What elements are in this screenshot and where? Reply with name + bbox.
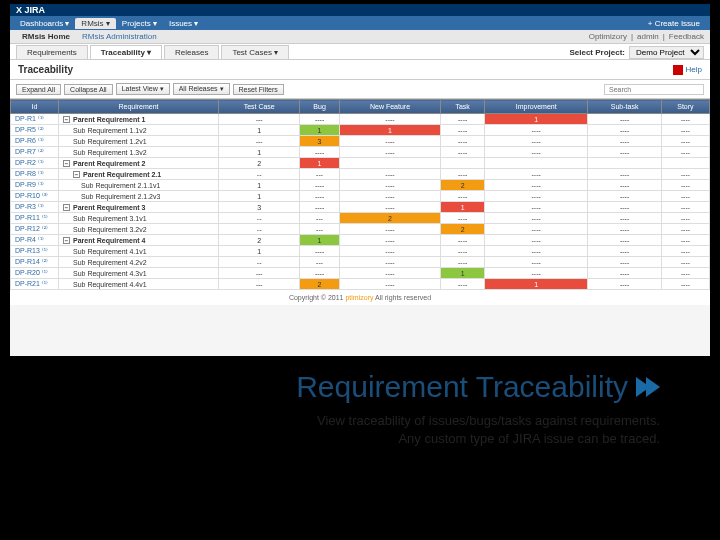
id-cell[interactable]: DP-R2 ⁽¹⁾: [11, 158, 59, 169]
requirement-cell[interactable]: −Parent Requirement 1: [59, 114, 219, 125]
data-cell[interactable]: 3: [219, 202, 300, 213]
data-cell[interactable]: ----: [661, 257, 709, 268]
id-cell[interactable]: DP-R10 ⁽³⁾: [11, 191, 59, 202]
rmsis-admin-link[interactable]: RMsis Administration: [76, 32, 163, 41]
requirement-cell[interactable]: Sub Requirement 2.1.1v1: [59, 180, 219, 191]
data-cell[interactable]: ----: [339, 268, 441, 279]
data-cell[interactable]: ----: [588, 235, 662, 246]
data-cell[interactable]: ----: [588, 246, 662, 257]
data-cell[interactable]: ----: [441, 147, 485, 158]
data-cell[interactable]: ----: [588, 180, 662, 191]
table-row[interactable]: DP-R7 ⁽²⁾Sub Requirement 1.3v21---------…: [11, 147, 710, 158]
data-cell[interactable]: ----: [588, 136, 662, 147]
column-header[interactable]: Test Case: [219, 100, 300, 114]
table-row[interactable]: DP-R21 ⁽¹⁾Sub Requirement 4.4v1---2-----…: [11, 279, 710, 290]
collapse-icon[interactable]: −: [63, 237, 70, 244]
data-cell[interactable]: [441, 158, 485, 169]
column-header[interactable]: New Feature: [339, 100, 441, 114]
data-cell[interactable]: ----: [661, 224, 709, 235]
help-link[interactable]: Help: [686, 65, 702, 74]
feedback-link[interactable]: Feedback: [669, 32, 704, 41]
id-cell[interactable]: DP-R4 ⁽¹⁾: [11, 235, 59, 246]
data-cell[interactable]: ----: [485, 180, 588, 191]
user-link[interactable]: admin: [637, 32, 659, 41]
tab-testcases[interactable]: Test Cases ▾: [221, 45, 289, 59]
table-row[interactable]: DP-R10 ⁽³⁾Sub Requirement 2.1.2v31------…: [11, 191, 710, 202]
table-row[interactable]: DP-R9 ⁽¹⁾Sub Requirement 2.1.1v11-------…: [11, 180, 710, 191]
data-cell[interactable]: [339, 158, 441, 169]
data-cell[interactable]: ----: [441, 169, 485, 180]
data-cell[interactable]: 1: [300, 235, 339, 246]
data-cell[interactable]: ----: [339, 136, 441, 147]
data-cell[interactable]: ----: [339, 224, 441, 235]
nav-dashboards[interactable]: Dashboards ▾: [14, 18, 75, 29]
data-cell[interactable]: ----: [339, 147, 441, 158]
data-cell[interactable]: --: [219, 169, 300, 180]
requirement-cell[interactable]: Sub Requirement 1.1v2: [59, 125, 219, 136]
requirement-cell[interactable]: Sub Requirement 4.4v1: [59, 279, 219, 290]
data-cell[interactable]: ----: [300, 191, 339, 202]
data-cell[interactable]: ----: [661, 125, 709, 136]
id-cell[interactable]: DP-R14 ⁽²⁾: [11, 257, 59, 268]
id-cell[interactable]: DP-R13 ⁽¹⁾: [11, 246, 59, 257]
table-row[interactable]: DP-R6 ⁽¹⁾Sub Requirement 1.2v1---3------…: [11, 136, 710, 147]
requirement-cell[interactable]: −Parent Requirement 2.1: [59, 169, 219, 180]
search-input[interactable]: [604, 84, 704, 95]
data-cell[interactable]: ----: [441, 246, 485, 257]
data-cell[interactable]: ----: [300, 202, 339, 213]
requirement-cell[interactable]: Sub Requirement 3.2v2: [59, 224, 219, 235]
data-cell[interactable]: 1: [300, 125, 339, 136]
id-cell[interactable]: DP-R7 ⁽²⁾: [11, 147, 59, 158]
id-cell[interactable]: DP-R6 ⁽¹⁾: [11, 136, 59, 147]
column-header[interactable]: Requirement: [59, 100, 219, 114]
requirement-cell[interactable]: Sub Requirement 4.2v2: [59, 257, 219, 268]
tab-traceability[interactable]: Traceability ▾: [90, 45, 162, 59]
nav-rmsis[interactable]: RMsis ▾: [75, 18, 115, 29]
requirement-cell[interactable]: −Parent Requirement 2: [59, 158, 219, 169]
data-cell[interactable]: ----: [339, 169, 441, 180]
column-header[interactable]: Id: [11, 100, 59, 114]
requirement-cell[interactable]: −Parent Requirement 3: [59, 202, 219, 213]
data-cell[interactable]: ----: [300, 268, 339, 279]
data-cell[interactable]: ----: [339, 246, 441, 257]
table-row[interactable]: DP-R2 ⁽¹⁾−Parent Requirement 221: [11, 158, 710, 169]
id-cell[interactable]: DP-R8 ⁽¹⁾: [11, 169, 59, 180]
data-cell[interactable]: ----: [441, 125, 485, 136]
data-cell[interactable]: 2: [300, 279, 339, 290]
id-cell[interactable]: DP-R21 ⁽¹⁾: [11, 279, 59, 290]
reset-filters-button[interactable]: Reset Filters: [233, 84, 284, 95]
data-cell[interactable]: ----: [485, 224, 588, 235]
data-cell[interactable]: ---: [300, 169, 339, 180]
table-row[interactable]: DP-R12 ⁽²⁾Sub Requirement 3.2v2---------…: [11, 224, 710, 235]
data-cell[interactable]: 1: [219, 191, 300, 202]
data-cell[interactable]: ----: [339, 191, 441, 202]
data-cell[interactable]: ----: [441, 114, 485, 125]
data-cell[interactable]: ----: [339, 235, 441, 246]
data-cell[interactable]: 1: [219, 147, 300, 158]
latest-view-button[interactable]: Latest View ▾: [116, 83, 170, 95]
data-cell[interactable]: ----: [485, 169, 588, 180]
data-cell[interactable]: 2: [441, 224, 485, 235]
collapse-icon[interactable]: −: [73, 171, 80, 178]
data-cell[interactable]: 1: [441, 202, 485, 213]
id-cell[interactable]: DP-R5 ⁽²⁾: [11, 125, 59, 136]
data-cell[interactable]: ----: [441, 235, 485, 246]
column-header[interactable]: Story: [661, 100, 709, 114]
column-header[interactable]: Task: [441, 100, 485, 114]
id-cell[interactable]: DP-R11 ⁽¹⁾: [11, 213, 59, 224]
data-cell[interactable]: ----: [588, 257, 662, 268]
column-header[interactable]: Bug: [300, 100, 339, 114]
data-cell[interactable]: ----: [300, 246, 339, 257]
data-cell[interactable]: 2: [339, 213, 441, 224]
data-cell[interactable]: 2: [219, 158, 300, 169]
data-cell[interactable]: ----: [485, 202, 588, 213]
data-cell[interactable]: [588, 158, 662, 169]
company-link[interactable]: Optimizory: [589, 32, 627, 41]
table-row[interactable]: DP-R14 ⁽²⁾Sub Requirement 4.2v2---------…: [11, 257, 710, 268]
all-releases-button[interactable]: All Releases ▾: [173, 83, 230, 95]
data-cell[interactable]: ----: [441, 191, 485, 202]
data-cell[interactable]: [661, 158, 709, 169]
requirement-cell[interactable]: Sub Requirement 4.3v1: [59, 268, 219, 279]
create-issue-link[interactable]: + Create Issue: [642, 19, 706, 28]
data-cell[interactable]: --: [219, 224, 300, 235]
